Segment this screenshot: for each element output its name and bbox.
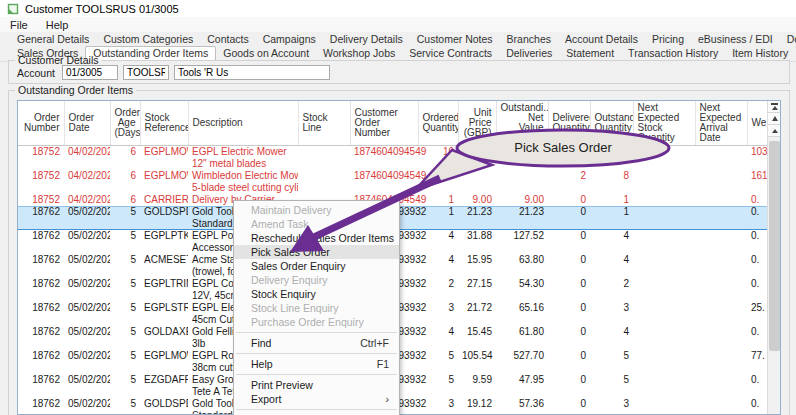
tab[interactable]: Pricing (645, 33, 691, 46)
grid-column-header[interactable]: Customer Order Number (350, 101, 418, 146)
cell-weight: 25. (747, 302, 769, 326)
cell-unit-price: 19.12 (458, 398, 496, 415)
grid-column-header[interactable]: Next Expected Arrival Date (695, 101, 747, 146)
cell-outstanding-qty: 5 (590, 350, 633, 374)
context-menu-item[interactable]: Stock Enquiry (234, 287, 399, 301)
cell-order-age: 5 (110, 278, 140, 302)
grid-column-header[interactable]: Order Number (18, 101, 64, 146)
cell-delivered-qty: 0 (548, 278, 590, 302)
grid-column-header[interactable]: Next Expected Stock Quantity (633, 101, 695, 146)
cell-customer-order-number: 1874604094549 (350, 170, 418, 194)
scroll-page-up-button[interactable] (768, 113, 781, 125)
tab[interactable]: Campaigns (256, 33, 323, 46)
context-menu-item[interactable]: Reschedule Sales Order Items (234, 231, 399, 245)
scroll-up-button[interactable] (768, 125, 781, 137)
order-item-row[interactable]: 18752 04/02/2026 6 EGPLMOW4 Wimbledon El… (18, 170, 769, 194)
menu-bar: FileHelp (0, 17, 796, 32)
grid-column-header[interactable]: Order Date (64, 101, 110, 146)
cell-next-expected-arrival (695, 398, 747, 415)
grid-column-header[interactable]: Order Age (Days) (110, 101, 140, 146)
cell-order-date: 05/02/2026 (64, 254, 110, 278)
context-menu-item-label: Pick Sales Order (251, 245, 330, 259)
tab[interactable]: Custom Categories (96, 33, 200, 46)
menubar-item[interactable]: Help (44, 19, 71, 31)
cell-order-age: 5 (110, 374, 140, 398)
cell-unit-price (458, 146, 496, 171)
context-menu-item-label: Sales Order Enquiry (251, 259, 346, 273)
cell-weight: 0. (747, 326, 769, 350)
grid-column-header[interactable]: Outstandi... Quantity (590, 101, 633, 146)
context-menu-item-label: Purchase Order Enquiry (251, 315, 364, 329)
cell-order-number: 18762 (18, 278, 64, 302)
cell-delivered-qty: 0 (548, 398, 590, 415)
cell-order-age: 6 (110, 170, 140, 194)
grid-header-row: Order NumberOrder DateOrder Age (Days)St… (18, 101, 769, 146)
grid-column-header[interactable]: Ordered Quantity (418, 101, 458, 146)
cell-net-value: 65.16 (496, 302, 548, 326)
cell-delivered-qty: 0 (548, 230, 590, 254)
context-menu-item[interactable]: Export › (234, 392, 399, 406)
cell-stock-reference: GOLDSPD01 (140, 398, 188, 415)
cell-unit-price (458, 170, 496, 194)
context-menu-item[interactable]: Help F1 (234, 357, 399, 371)
cell-net-value: 127.52 (496, 230, 548, 254)
cell-outstanding-qty: 2 (590, 278, 633, 302)
tab[interactable]: Account Details (558, 33, 645, 46)
account-shortname-field[interactable] (123, 65, 169, 80)
tab[interactable]: General Details (10, 33, 96, 46)
grid-column-header[interactable]: Outstandi... Net Value (GBP) (496, 101, 548, 146)
grid-column-header[interactable]: Description (188, 101, 298, 146)
grid-column-header[interactable]: Delivered Quantity (548, 101, 590, 146)
tab[interactable]: Customer Notes (410, 33, 500, 46)
tab[interactable]: Contacts (200, 33, 255, 46)
tab[interactable]: Document Options (780, 33, 796, 46)
cell-order-number: 18762 (18, 254, 64, 278)
cell-stock-reference: EGPLPTKA1 (140, 230, 188, 254)
context-menu-item: Stock Line Enquiry (234, 301, 399, 315)
cell-order-number: 18762 (18, 374, 64, 398)
cell-order-number: 18752 (18, 146, 64, 171)
context-menu-item: Amend Task (234, 217, 399, 231)
tab[interactable]: eBusiness / EDI (691, 33, 780, 46)
cell-outstanding-qty: 1 (590, 206, 633, 230)
title-bar: Customer TOOLSRUS 01/3005 (0, 0, 796, 17)
cell-order-number: 18762 (18, 326, 64, 350)
scroll-to-top-button[interactable] (768, 101, 781, 113)
context-menu-item: Purchase Order Enquiry (234, 315, 399, 329)
cell-order-date: 05/02/2026 (64, 374, 110, 398)
window-title: Customer TOOLSRUS 01/3005 (25, 3, 179, 15)
grid-column-header[interactable]: Unit Price (GBP) (458, 101, 496, 146)
cell-next-expected-stock-qty (633, 350, 695, 374)
grid-column-header[interactable]: We (747, 101, 769, 146)
context-menu-item[interactable]: Sales Order Enquiry (234, 259, 399, 273)
cell-net-value (496, 146, 548, 171)
menubar-item[interactable]: File (8, 19, 30, 31)
context-menu-item[interactable]: Print Preview (234, 378, 399, 392)
account-label: Account (17, 67, 55, 79)
cell-delivered-qty: 0 (548, 326, 590, 350)
cell-order-age: 5 (110, 254, 140, 278)
scrollbar-thumb[interactable] (769, 141, 780, 351)
context-menu-item-label: Delivery Enquiry (251, 273, 327, 287)
cell-stock-reference: GOLDSPD02 (140, 206, 188, 230)
grid-column-header[interactable]: Stock Reference (140, 101, 188, 146)
cell-order-date: 05/02/2026 (64, 206, 110, 230)
cell-delivered-qty: 0 (548, 350, 590, 374)
order-item-row[interactable]: 18752 04/02/2026 6 EGPLMOW2 EGPL Electri… (18, 146, 769, 171)
cell-order-age: 6 (110, 146, 140, 171)
cell-delivered-qty: 2 (548, 170, 590, 194)
cell-order-age: 5 (110, 206, 140, 230)
cell-weight: 0. (747, 206, 769, 230)
context-menu-item[interactable]: Find Ctrl+F (234, 336, 399, 350)
account-code-field[interactable] (62, 65, 118, 80)
grid-column-header[interactable]: Stock Line (298, 101, 350, 146)
tab[interactable]: Delivery Details (323, 33, 410, 46)
account-name-field[interactable] (174, 65, 330, 80)
app-icon (7, 3, 19, 15)
tab[interactable]: Branches (500, 33, 558, 46)
cell-next-expected-arrival (695, 374, 747, 398)
vertical-scrollbar[interactable] (767, 101, 780, 414)
cell-weight: 0. (747, 398, 769, 415)
cell-unit-price: 21.72 (458, 302, 496, 326)
context-menu-item[interactable]: Pick Sales Order (234, 245, 399, 259)
